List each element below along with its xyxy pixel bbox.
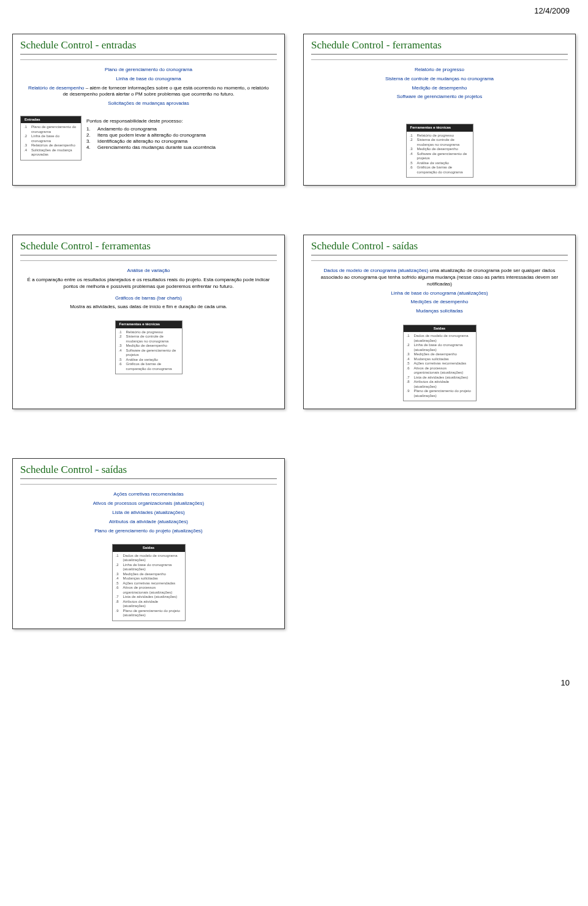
slide-title: Schedule Control - saídas	[20, 464, 277, 479]
text-graficos: Mostra as atividades, suas datas de iníc…	[26, 304, 271, 311]
text: Atributos da atividade (atualizações)	[26, 519, 271, 526]
slide-entradas: Schedule Control - entradas Plano de ger…	[12, 34, 285, 186]
saidas-header: Saídas	[113, 545, 185, 552]
slide-title: Schedule Control - ferramentas	[20, 240, 277, 255]
process-points: Pontos de responsabilidade deste process…	[86, 116, 277, 151]
entradas-list: .1Plano de gerenciamento do cronograma .…	[21, 123, 81, 160]
saidas-list: .1Dados de modelo de cronograma (atualiz…	[404, 332, 476, 401]
text: – além de fornecer informações sobre o q…	[62, 85, 269, 97]
slide-ferramentas-2: Schedule Control - ferramentas Análise d…	[12, 235, 285, 409]
saidas-box: Saídas .1Dados de modelo de cronograma (…	[112, 544, 186, 621]
text-relatorio-desempenho: Relatório de desempenho – além de fornec…	[26, 85, 271, 99]
slide-ferramentas-1: Schedule Control - ferramentas Relatório…	[303, 34, 576, 186]
heading-graficos: Gráficos de barras (bar charts)	[26, 295, 271, 302]
ferramentas-header: Ferramentas e técnicas	[407, 124, 473, 132]
ferramentas-box: Ferramentas e técnicas .1Relatório de pr…	[115, 320, 183, 374]
text-analise: É a comparação entre os resultados plane…	[26, 277, 271, 290]
slide-saidas-2: Schedule Control - saídas Ações corretiv…	[12, 458, 285, 629]
points-heading: Pontos de responsabilidade deste process…	[86, 118, 277, 124]
heading-analise: Análise de variação	[26, 268, 271, 274]
slide-saidas-1: Schedule Control - saídas Dados de model…	[303, 235, 576, 409]
slide-title: Schedule Control - ferramentas	[311, 39, 568, 55]
text: Medições de desempenho	[317, 299, 562, 306]
text: Software de gerenciamento de projetos	[317, 94, 562, 100]
saidas-box: Saídas .1Dados de modelo de cronograma (…	[403, 325, 477, 402]
saidas-list: .1Dados de modelo de cronograma (atualiz…	[113, 552, 185, 621]
entradas-box: Entradas .1Plano de gerenciamento do cro…	[20, 116, 81, 160]
ferramentas-header: Ferramentas e técnicas	[116, 321, 182, 328]
text: Linha de base do cronograma (atualizaçõe…	[317, 290, 562, 297]
ferramentas-box: Ferramentas e técnicas .1Relatório de pr…	[406, 124, 473, 178]
text-linha-base: Linha de base do cronograma	[26, 76, 271, 83]
text: Plano de gerenciamento do projeto (atual…	[26, 528, 271, 535]
saidas-header: Saídas	[404, 325, 476, 333]
text: Mudanças solicitadas	[317, 308, 562, 315]
label: Dados de modelo de cronograma (atualizaç…	[323, 268, 428, 273]
text-solicitacoes: Solicitações de mudanças aprovadas	[26, 100, 271, 107]
text-dados-modelo: Dados de modelo de cronograma (atualizaç…	[317, 268, 562, 287]
text: Ações corretivas recomendadas	[26, 491, 271, 498]
entradas-header: Entradas	[21, 116, 81, 124]
header-date: 12/4/2009	[12, 6, 576, 15]
text-plano-ger: Plano de gerenciamento do cronograma	[26, 67, 271, 74]
slide-title: Schedule Control - entradas	[20, 39, 277, 55]
footer-page-number: 10	[12, 678, 576, 687]
ferramentas-list: .1Relatório de progresso .2Sistema de co…	[116, 328, 182, 374]
text: Medição de desempenho	[317, 85, 562, 92]
text: Ativos de processos organizacionais (atu…	[26, 500, 271, 507]
text: Lista de atividades (atualizações)	[26, 510, 271, 516]
text: Sistema de controle de mudanças no crono…	[317, 76, 562, 83]
slide-title: Schedule Control - saídas	[311, 240, 568, 255]
ferramentas-list: .1Relatório de progresso .2Sistema de co…	[407, 132, 473, 178]
label: Relatório de desempenho	[28, 85, 85, 91]
text: Relatório de progresso	[317, 67, 562, 74]
